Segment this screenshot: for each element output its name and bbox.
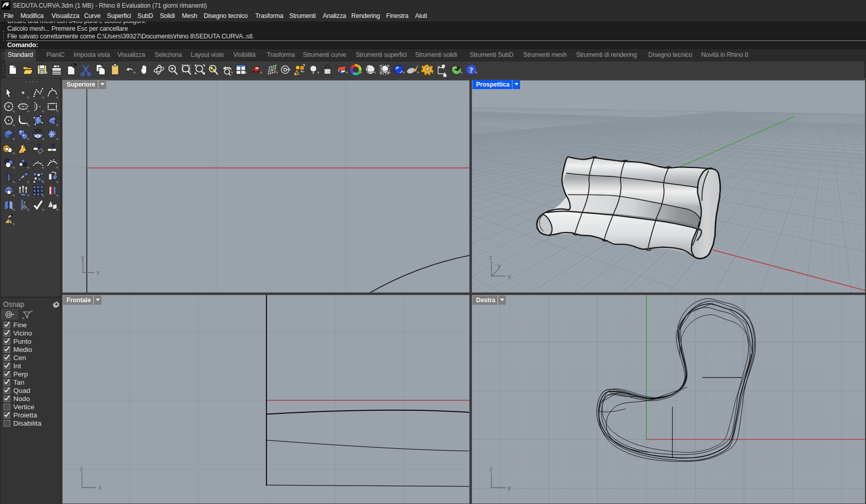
svg-text:z: z <box>489 466 492 473</box>
svg-text:y: y <box>508 484 511 491</box>
svg-text:z: z <box>80 466 83 473</box>
svg-text:x: x <box>96 269 100 276</box>
svg-text:8: 8 <box>7 2 9 5</box>
svg-text:y: y <box>498 262 501 269</box>
svg-text:y: y <box>81 254 85 261</box>
svg-text:x: x <box>98 484 102 491</box>
svg-text:?: ? <box>469 66 473 74</box>
svg-text:T: T <box>5 171 13 184</box>
svg-text:z: z <box>489 254 492 261</box>
svg-text:x: x <box>508 272 511 280</box>
